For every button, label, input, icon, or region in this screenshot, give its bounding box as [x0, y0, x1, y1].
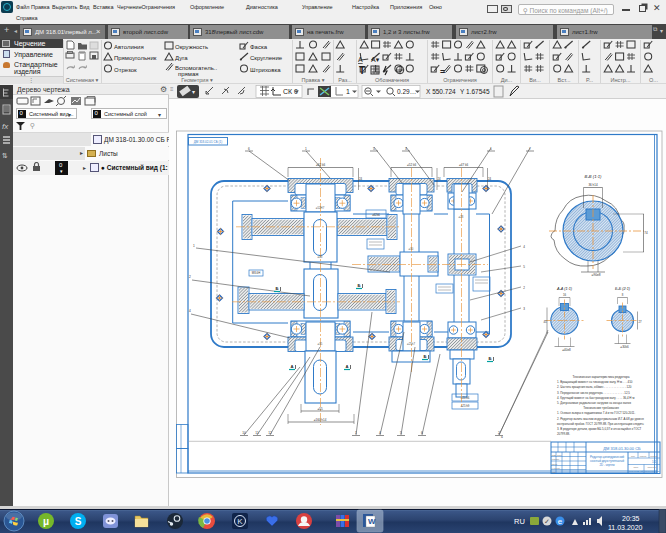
svg-text:e: e	[558, 517, 563, 526]
svg-text:⌀160 h14: ⌀160 h14	[314, 418, 327, 422]
svg-text:1. Вращающий момент на тихоход: 1. Вращающий момент на тихоходном валу, …	[557, 380, 633, 384]
svg-text:RU: RU	[514, 517, 525, 526]
svg-text:11.03.2020: 11.03.2020	[608, 524, 643, 531]
svg-text:K: K	[237, 517, 243, 526]
svg-text:W: W	[368, 517, 376, 526]
svg-text:⌀25h7: ⌀25h7	[407, 342, 415, 346]
svg-text:а: а	[501, 435, 503, 439]
svg-text:1: 1	[305, 147, 307, 151]
svg-text:⌀30: ⌀30	[409, 247, 414, 251]
svg-text:3. В редукторе детали, кроме Б: 3. В редукторе детали, кроме БЧ-5,0,37 и…	[557, 427, 641, 431]
svg-text:А-А (1:1): А-А (1:1)	[556, 287, 573, 291]
svg-text:⌀40e8: ⌀40e8	[562, 348, 571, 352]
svg-text:Пров.: Пров.	[552, 463, 558, 465]
svg-text:1: 1	[490, 147, 492, 151]
svg-text:⌀90e8: ⌀90e8	[591, 273, 600, 277]
svg-text:Разраб.: Разраб.	[552, 458, 560, 460]
svg-text:контрольной пробки. ГОСТ 20799: контрольной пробки. ГОСТ 20799-88. При э…	[557, 422, 644, 426]
svg-text:4: 4	[189, 309, 191, 313]
svg-text:Изм. Лист: Изм. Лист	[552, 454, 562, 456]
svg-text:Б: Б	[423, 354, 426, 359]
svg-text:4: 4	[379, 431, 381, 435]
svg-text:⌀35: ⌀35	[318, 342, 323, 346]
svg-text:5: 5	[400, 431, 402, 435]
svg-text:11: 11	[255, 431, 259, 435]
svg-text:Техническая характеристика ред: Техническая характеристика редуктора	[573, 375, 630, 379]
svg-text:М8-6Н: М8-6Н	[252, 271, 260, 275]
svg-text:Б: Б	[488, 356, 491, 361]
svg-text:А: А	[290, 364, 293, 369]
svg-text:μ: μ	[43, 516, 49, 527]
svg-text:27: 27	[638, 320, 642, 324]
svg-text:⌀55: ⌀55	[317, 407, 322, 411]
svg-text:1: 1	[355, 431, 357, 435]
svg-text:⌀62k6: ⌀62k6	[372, 213, 380, 217]
svg-text:ДМ 318.02-01 СБ (1): ДМ 318.02-01 СБ (1)	[194, 140, 222, 144]
svg-text:Технические требования: Технические требования	[583, 406, 619, 410]
svg-text:Б: Б	[275, 286, 278, 291]
svg-text:24: 24	[488, 177, 492, 181]
svg-text:СПбГУПТД каф. машиноведения: СПбГУПТД каф. машиноведения	[629, 470, 660, 472]
svg-text:6: 6	[421, 431, 423, 435]
svg-text:2. Редуктор залить маслом инду: 2. Редуктор залить маслом индустриальным…	[557, 417, 644, 421]
svg-text:2: 2	[189, 275, 191, 279]
svg-text:В-В (1:1): В-В (1:1)	[585, 174, 602, 179]
svg-text:20799-88.: 20799-88.	[557, 432, 570, 436]
svg-text:⌀28: ⌀28	[459, 215, 464, 219]
svg-text:24: 24	[359, 177, 363, 181]
svg-text:7: 7	[529, 147, 531, 151]
svg-text:Листов 1: Листов 1	[648, 466, 658, 468]
svg-text:S: S	[75, 516, 82, 527]
svg-text:20:35: 20:35	[622, 515, 640, 522]
svg-text:1: 1	[193, 244, 195, 248]
svg-text:⌀30k6: ⌀30k6	[620, 345, 629, 349]
svg-text:1:1: 1:1	[652, 460, 657, 464]
svg-text:36 h14: 36 h14	[588, 183, 598, 187]
svg-text:Б: Б	[357, 283, 360, 288]
svg-text:⌀62 k6: ⌀62 k6	[316, 163, 325, 167]
svg-text:6: 6	[248, 147, 250, 151]
svg-text:74: 74	[644, 231, 648, 235]
svg-text:⌀52H7: ⌀52H7	[316, 206, 325, 210]
svg-text:12: 12	[268, 431, 272, 435]
svg-text:2D - чертеж: 2D - чертеж	[599, 463, 614, 467]
svg-text:Лит.: Лит.	[631, 455, 635, 457]
svg-text:Утв.: Утв.	[552, 471, 557, 473]
svg-text:5: 5	[373, 147, 375, 151]
svg-text:А: А	[345, 364, 348, 369]
svg-text:Б-Б (2:1): Б-Б (2:1)	[615, 287, 631, 291]
svg-text:Лист: Лист	[634, 466, 639, 468]
svg-text:10: 10	[242, 431, 246, 435]
svg-text:⌀20 k6: ⌀20 k6	[461, 396, 470, 400]
svg-text:⌀48: ⌀48	[318, 255, 323, 259]
svg-text:Масшт.: Масшт.	[650, 455, 658, 457]
svg-text:⌀25 h9: ⌀25 h9	[461, 404, 470, 408]
svg-text:ДМ 318-01.30.00 СБ: ДМ 318-01.30.00 СБ	[603, 446, 641, 451]
svg-text:1. Осевые зазоры в подшипниках: 1. Осевые зазоры в подшипниках 7-й и по …	[557, 411, 635, 415]
svg-text:Н.контр.: Н.контр.	[552, 467, 561, 469]
svg-text:Масса: Масса	[640, 455, 647, 457]
svg-text:✓: ✓	[544, 518, 550, 525]
svg-text:4. Крутящий момент на быстрохо: 4. Крутящий момент на быстроходном валу …	[557, 396, 634, 400]
svg-text:5. Допускаемые радиальные нагр: 5. Допускаемые радиальные нагрузки на ко…	[557, 401, 631, 405]
svg-text:⌀47 k6: ⌀47 k6	[459, 163, 468, 167]
svg-text:24: 24	[437, 177, 441, 181]
svg-text:16: 16	[563, 293, 567, 297]
svg-text:⌀52 k6: ⌀52 k6	[407, 163, 416, 167]
svg-text:3. Передаточное число редуктор: 3. Передаточное число редуктора . . . . …	[557, 391, 630, 395]
svg-text:45: 45	[543, 320, 547, 324]
svg-text:3: 3	[405, 147, 407, 151]
svg-text:2. Частота вращения вала, об/м: 2. Частота вращения вала, об/мин . . . .…	[557, 385, 632, 389]
